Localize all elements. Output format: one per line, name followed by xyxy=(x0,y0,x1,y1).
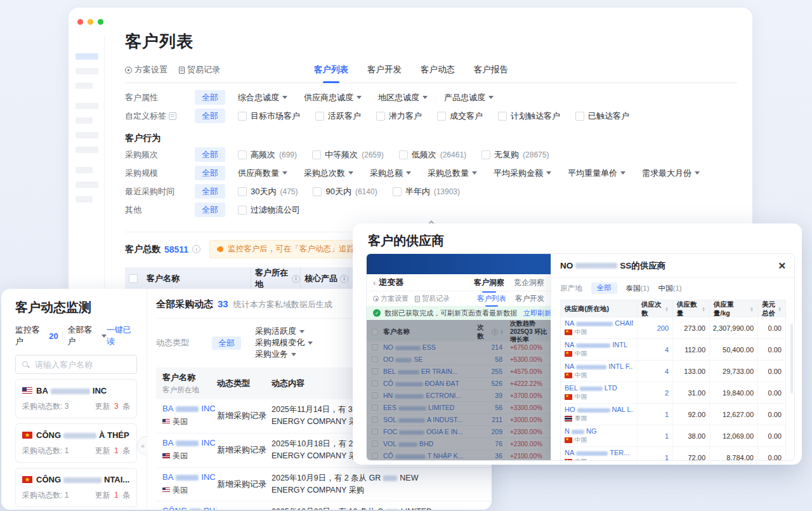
filter-dropdown-平均重量单价[interactable]: 平均重量单价 xyxy=(568,168,625,179)
tab-客户开发[interactable]: 客户开发 xyxy=(367,64,402,76)
supply-times-link[interactable]: 4 xyxy=(637,339,672,360)
refresh-now-link[interactable]: 立即刷新 xyxy=(523,309,551,318)
filter-checkbox-目标市场客户[interactable]: 目标市场客户 xyxy=(238,110,300,122)
supplier-name-link[interactable]: NAINTL xyxy=(565,341,633,348)
column-header-美元总价[interactable]: 美元总价▲▼ xyxy=(757,300,785,318)
customer-name-link[interactable]: BAINC xyxy=(162,404,217,413)
filter-dropdown-综合忠诚度[interactable]: 综合忠诚度 xyxy=(238,92,287,103)
filter-dropdown-供应商忠诚度[interactable]: 供应商忠诚度 xyxy=(304,92,362,103)
supply-times-link[interactable]: 1 xyxy=(637,404,672,425)
column-header-供应次数[interactable]: 供应次数▲▼ xyxy=(637,300,672,318)
filter-all-chip[interactable]: 全部 xyxy=(195,109,225,123)
column-header-供应重量/kg[interactable]: 供应重量/kg▲▼ xyxy=(709,300,757,318)
filter-checkbox-中等频次[interactable]: 中等频次(2659) xyxy=(312,149,384,161)
filter-dropdown-采购总额[interactable]: 采购总额 xyxy=(370,168,411,179)
supplier-name-link[interactable]: NACHAIN xyxy=(565,319,633,327)
monitored-customer-card[interactable]: CÔNGNTAI...采购动态数: 1更新 1 条 xyxy=(15,468,137,507)
column-header-供应数量[interactable]: 供应数量▲▼ xyxy=(672,300,709,318)
tab-客户开发[interactable]: 客户开发 xyxy=(515,294,544,303)
filter-dropdown-平均采购金额[interactable]: 平均采购金额 xyxy=(494,168,551,179)
filter-checkbox-潜力客户[interactable]: 潜力客户 xyxy=(376,110,422,122)
sort-icon[interactable]: ▲▼ xyxy=(702,307,705,312)
column-label: 供应数量 xyxy=(677,300,700,318)
customer-name-link[interactable]: BAINC xyxy=(162,472,217,482)
filter-checkbox-高频次[interactable]: 高频次(699) xyxy=(238,149,297,161)
supplier-name-cell: NAINTL F...中国 xyxy=(561,361,637,382)
filter-dropdown-采购总次数[interactable]: 采购总次数 xyxy=(304,168,353,179)
supplier-name-link[interactable]: NAINTL F... xyxy=(565,362,633,370)
filter-checkbox-过滤物流公司[interactable]: 过滤物流公司 xyxy=(238,204,300,216)
supplier-name-link[interactable]: HONAL L... xyxy=(565,406,633,413)
mini-scheme-settings-button[interactable]: 方案设置 xyxy=(373,294,409,303)
filter-all-chip[interactable]: 全部 xyxy=(195,90,225,105)
tab-客户洞察[interactable]: 客户洞察 xyxy=(474,277,504,288)
customer-name-link[interactable]: CÔNGPHÂ... xyxy=(162,506,217,510)
mark-all-read-button[interactable]: 一键已读 xyxy=(107,324,137,347)
supply-weight: 12,069.00 xyxy=(709,425,757,446)
mini-trade-records-button[interactable]: 贸易记录 xyxy=(415,294,450,303)
filter-dropdown-供应商数量[interactable]: 供应商数量 xyxy=(238,168,287,179)
zoom-traffic-icon[interactable] xyxy=(98,19,103,25)
supplier-name-link[interactable]: BELLTD xyxy=(565,384,633,392)
search-input[interactable] xyxy=(34,359,148,370)
customer-name-link[interactable]: BAINC xyxy=(162,438,217,448)
tab-客户动态[interactable]: 客户动态 xyxy=(421,64,455,76)
filter-dropdown-地区忠诚度[interactable]: 地区忠诚度 xyxy=(378,92,428,103)
sort-icon[interactable]: ▲▼ xyxy=(665,307,669,312)
filter-checkbox-30天内[interactable]: 30天内(475) xyxy=(238,186,298,197)
filter-checkbox-活跃客户[interactable]: 活跃客户 xyxy=(315,110,361,122)
sort-icon[interactable]: ▲▼ xyxy=(750,307,754,312)
tab-客户报告[interactable]: 客户报告 xyxy=(474,64,508,76)
filter-dropdown-采购总数量[interactable]: 采购总数量 xyxy=(428,168,477,179)
filter-checkbox-已触达客户[interactable]: 已触达客户 xyxy=(575,110,629,122)
origin-filter-泰国[interactable]: 泰国(1) xyxy=(626,284,650,293)
feed-type-dropdown-采购业务[interactable]: 采购业务 xyxy=(255,348,313,360)
sort-icon[interactable]: ▲▼ xyxy=(778,307,782,312)
feed-type-dropdown-采购活跃度[interactable]: 采购活跃度 xyxy=(255,326,313,337)
filter-checkbox-无复购[interactable]: 无复购(28675) xyxy=(481,149,549,161)
trade-records-button[interactable]: 贸易记录 xyxy=(179,64,220,76)
supplier-name-link[interactable]: NATER... xyxy=(565,449,633,456)
filter-all-chip[interactable]: 全部 xyxy=(195,184,225,199)
back-icon[interactable]: ‹ xyxy=(373,278,376,288)
filter-checkbox-90天内[interactable]: 90天内(6140) xyxy=(313,186,377,197)
usd-total: 0.00 xyxy=(757,361,785,382)
filter-checkbox-成交客户[interactable]: 成交客户 xyxy=(437,110,483,122)
supply-times-link[interactable]: 1 xyxy=(637,425,672,446)
origin-filter-全部[interactable]: 全部 xyxy=(591,282,617,294)
monitored-customer-card[interactable]: CÔNGÀ THÉP ...采购动态数: 1更新 1 条 xyxy=(15,423,137,463)
filter-checkbox-半年内[interactable]: 半年内(13903) xyxy=(393,186,460,197)
filter-dropdown-产品忠诚度[interactable]: 产品忠诚度 xyxy=(444,92,494,103)
supplier-name-link[interactable]: NNG xyxy=(565,427,633,435)
filter-all-chip[interactable]: 全部 xyxy=(195,202,225,217)
edit-tags-icon[interactable] xyxy=(169,112,176,120)
supply-times-link[interactable]: 2 xyxy=(637,382,672,403)
supply-times-link[interactable]: 1 xyxy=(637,447,672,460)
info-icon[interactable] xyxy=(192,245,200,253)
filter-dropdown-需求最大月份[interactable]: 需求最大月份 xyxy=(642,168,700,179)
activity-content-cell: 2025年10月9日，有 2 条从 GRNEW ENERGY COMPANY 采… xyxy=(272,472,440,497)
redacted-text xyxy=(63,433,96,439)
close-traffic-icon[interactable] xyxy=(77,19,83,25)
tab-客户列表[interactable]: 客户列表 xyxy=(477,294,506,303)
tab-竞企洞察[interactable]: 竞企洞察 xyxy=(514,277,544,288)
monitored-customer-card[interactable]: BAINC采购动态数: 3更新 3 条 xyxy=(15,379,137,418)
tab-客户列表[interactable]: 客户列表 xyxy=(314,64,348,76)
supply-times-link[interactable]: 4 xyxy=(637,361,672,382)
type-filter-all-chip[interactable]: 全部 xyxy=(212,336,241,350)
feed-type-dropdown-采购规模变化[interactable]: 采购规模变化 xyxy=(255,337,313,348)
select-all-checkbox[interactable] xyxy=(129,274,138,283)
filter-checkbox-计划触达客户[interactable]: 计划触达客户 xyxy=(498,110,560,122)
filter-all-chip[interactable]: 全部 xyxy=(195,147,225,162)
close-icon[interactable]: ✕ xyxy=(778,261,786,270)
filter-all-chip[interactable]: 全部 xyxy=(195,166,225,180)
activity-type-cell: 新增采购记录 xyxy=(217,404,272,428)
supply-times-link[interactable]: 200 xyxy=(637,317,672,338)
filter-checkbox-低频次[interactable]: 低频次(26461) xyxy=(399,149,466,161)
minimize-traffic-icon[interactable] xyxy=(88,19,93,25)
redacted-text xyxy=(576,343,610,348)
scrollbar[interactable] xyxy=(790,324,793,394)
origin-filter-中国[interactable]: 中国(1) xyxy=(658,284,682,293)
scheme-settings-button[interactable]: 方案设置 xyxy=(125,64,167,76)
scope-dropdown[interactable]: 全部客户 xyxy=(68,324,98,347)
